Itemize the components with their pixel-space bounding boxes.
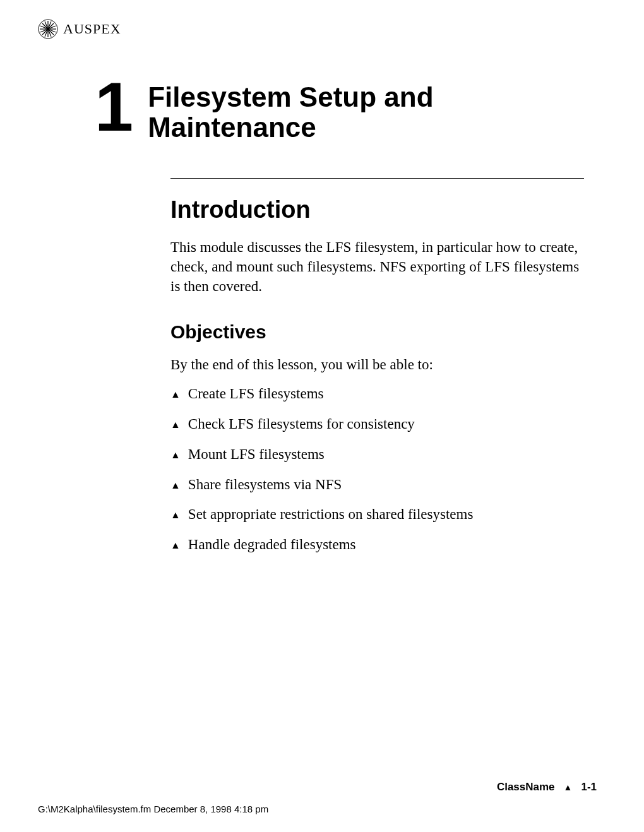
triangle-bullet-icon: ▲ [170,389,181,400]
list-item: ▲ Mount LFS filesystems [170,445,584,464]
list-item-label: Check LFS filesystems for consistency [188,415,415,434]
page-footer: ClassName ▲ 1-1 G:\M2Kalpha\filesystem.f… [38,781,597,814]
section-heading-introduction: Introduction [170,196,584,223]
list-item-label: Share filesystems via NFS [188,475,342,494]
section-heading-objectives: Objectives [170,321,584,343]
list-item: ▲ Create LFS filesystems [170,384,584,403]
divider [170,178,584,179]
list-item: ▲ Check LFS filesystems for consistency [170,415,584,434]
list-item-label: Set appropriate restrictions on shared f… [188,505,474,524]
list-item-label: Handle degraded filesystems [188,535,356,554]
footer-pagenum: 1-1 [581,781,597,793]
page-header: AUSPEX [38,19,597,39]
list-item: ▲ Handle degraded filesystems [170,535,584,554]
footer-classname: ClassName [497,781,555,793]
triangle-bullet-icon: ▲ [170,540,181,550]
triangle-bullet-icon: ▲ [170,480,181,490]
triangle-bullet-icon: ▲ [170,450,181,460]
intro-paragraph: This module discusses the LFS filesystem… [170,237,584,296]
triangle-bullet-icon: ▲ [564,782,573,792]
chapter-title-line1: Filesystem Setup and [148,81,433,112]
footer-right: ClassName ▲ 1-1 [38,781,597,793]
chapter-title-line2: Maintenance [148,112,316,143]
list-item-label: Create LFS filesystems [188,384,324,403]
objectives-list: ▲ Create LFS filesystems ▲ Check LFS fil… [170,384,584,554]
auspex-logo-icon [38,19,58,39]
header-logo-text: AUSPEX [63,21,121,37]
triangle-bullet-icon: ▲ [170,420,181,430]
footer-path: G:\M2Kalpha\filesystem.fm December 8, 19… [38,804,597,814]
list-item-label: Mount LFS filesystems [188,445,325,464]
list-item: ▲ Set appropriate restrictions on shared… [170,505,584,524]
objectives-intro: By the end of this lesson, you will be a… [170,357,584,373]
chapter-heading-block: 1 Filesystem Setup and Maintenance [95,77,597,143]
triangle-bullet-icon: ▲ [170,510,181,520]
chapter-number: 1 [95,77,132,136]
list-item: ▲ Share filesystems via NFS [170,475,584,494]
chapter-title: Filesystem Setup and Maintenance [148,77,433,143]
